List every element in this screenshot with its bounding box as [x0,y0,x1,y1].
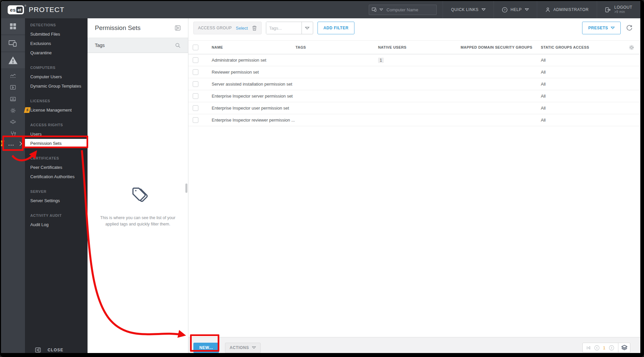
eset-protect-window: eset ® PROTECT QUICK LINKS [0,0,644,357]
empty-state-text: This is where you can see the list of yo… [88,215,188,221]
nav-policies[interactable] [1,105,25,116]
table-row[interactable]: Administrator permission set1All [188,54,640,66]
column-header-name[interactable]: NAME [212,45,296,49]
quick-links-menu[interactable]: QUICK LINKS [443,1,494,18]
panel-scrollbar-thumb[interactable] [185,183,187,193]
row-checkbox[interactable] [193,117,198,123]
page-size-layers-icon[interactable] [618,343,630,352]
sidebar-item-submitted-files[interactable]: Submitted Files [25,30,88,39]
sidebar-item-exclusions[interactable]: Exclusions [25,39,88,48]
nav-reports[interactable] [1,70,25,81]
table-settings-gear-icon[interactable] [629,45,634,50]
search-input[interactable] [386,7,429,13]
sidebar-item-permission-sets[interactable]: Permission Sets [25,139,88,148]
page-title: Permission Sets [95,24,175,32]
menu-section-header: ACCESS RIGHTS [25,120,88,130]
nav-dashboard[interactable] [1,18,25,34]
actions-label: ACTIONS [230,345,249,350]
row-checkbox[interactable] [193,93,198,99]
sidebar-item-certification-authorities[interactable]: Certification Authorities [25,172,88,181]
icon-rail: 5 ... [1,18,25,357]
folder-play-icon [10,85,16,90]
warning-triangle-icon [8,56,18,65]
row-checkbox[interactable] [193,81,198,87]
eset-logo: eset ® [8,5,24,14]
sidebar-item-peer-certificates[interactable]: Peer Certificates [25,163,88,172]
table-row[interactable]: Enterprise Inspector user permission set… [188,102,640,114]
collapse-sidebar-button[interactable]: CLOSE [25,347,88,353]
chevron-down-icon [482,8,486,11]
nav-tasks[interactable] [1,81,25,93]
add-filter-button[interactable]: ADD FILTER [318,22,354,34]
top-bar: eset ® PROTECT QUICK LINKS [1,1,640,18]
table-row[interactable]: Enterprise Inspector reviewer permission… [188,114,640,126]
table-row[interactable]: Reviewer permission setAll [188,66,640,78]
logout-label: LOGOUT [614,5,632,10]
select-all-checkbox[interactable] [193,45,198,50]
nav-more[interactable]: 5 ... [1,138,25,150]
table-row[interactable]: Server assisted installation permission … [188,78,640,90]
menu-section-header: COMPUTERS [25,63,88,72]
row-checkbox[interactable] [193,105,198,111]
sidebar-item-license-management[interactable]: License Management5 [25,106,88,115]
pagination: 1 [582,343,630,353]
session-timeout: >9 min [614,10,632,14]
tags-filter-caret[interactable] [302,22,313,34]
column-header-tags[interactable]: TAGS [296,45,378,49]
cell-name: Enterprise Inspector reviewer permission… [212,118,296,123]
product-name: PROTECT [29,6,64,14]
user-menu[interactable]: ADMINISTRATOR [537,1,597,18]
chevron-right-icon [19,141,22,146]
presets-button[interactable]: PRESETS [582,22,621,34]
nav-detections[interactable] [1,52,25,68]
sidebar-item-audit-log[interactable]: Audit Log [25,220,88,229]
refresh-icon[interactable] [626,24,633,32]
column-header-static-groups-access[interactable]: STATIC GROUPS ACCESS [541,45,625,49]
menu-section-header: ACTIVITY AUDIT [25,211,88,220]
new-button[interactable]: NEW... [193,343,219,353]
access-group-label: ACCESS GROUP [198,26,232,30]
column-header-native-users[interactable]: NATIVE USERS [378,45,461,49]
computer-search-box[interactable] [369,5,437,15]
sidebar-item-server-settings[interactable]: Server Settings [25,196,88,205]
logo-text: es [10,7,16,13]
search-icon[interactable] [175,43,181,48]
actions-button[interactable]: ACTIONS [225,343,261,353]
cell-name: Administrator permission set [212,58,296,63]
nav-notifications[interactable] [1,116,25,128]
nav-installers[interactable] [1,93,25,105]
user-label: ADMINISTRATOR [553,7,589,12]
column-header-mapped-domain-security-groups[interactable]: MAPPED DOMAIN SECURITY GROUPS [461,45,541,49]
trash-icon[interactable] [252,25,257,31]
sidebar-item-dynamic-group-templates[interactable]: Dynamic Group Templates [25,82,88,91]
table-body: Administrator permission set1AllReviewer… [188,54,640,126]
nav-computers[interactable] [1,35,25,51]
access-group-select-link[interactable]: Select [236,26,248,31]
menu-section: LICENSESLicense Management5 [25,96,88,115]
gear-icon [10,108,16,114]
table-row[interactable]: Enterprise Inspector server permission s… [188,90,640,102]
sidebar-item-computer-users[interactable]: Computer Users [25,72,88,82]
menu-section-header: CERTIFICATES [25,154,88,163]
computer-search-type-icon[interactable] [372,7,378,12]
notification-badge: 5 [24,107,31,113]
logout-button[interactable]: LOGOUT >9 min [597,1,640,18]
menu-section: ACCESS RIGHTSUsersPermission Sets [25,120,88,148]
chevron-down-icon [611,27,615,29]
first-page-icon[interactable] [586,346,591,350]
search-scope-caret-icon[interactable] [379,8,383,11]
sidebar-item-quarantine[interactable]: Quarantine [25,48,88,58]
tags-filter-select[interactable] [266,22,313,34]
table-header: NAME TAGS NATIVE USERS MAPPED DOMAIN SEC… [188,40,640,54]
close-label: CLOSE [48,348,63,352]
stethoscope-icon [10,131,16,137]
tags-filter-input[interactable] [266,22,302,34]
help-menu[interactable]: ? HELP [494,1,537,18]
sidebar-item-users[interactable]: Users [25,130,88,139]
row-checkbox[interactable] [193,57,198,63]
prev-page-icon[interactable] [594,345,600,351]
row-checkbox[interactable] [193,69,198,75]
collapse-panel-icon[interactable] [175,25,181,31]
box-download-icon [10,96,16,102]
next-page-icon[interactable] [609,345,614,351]
